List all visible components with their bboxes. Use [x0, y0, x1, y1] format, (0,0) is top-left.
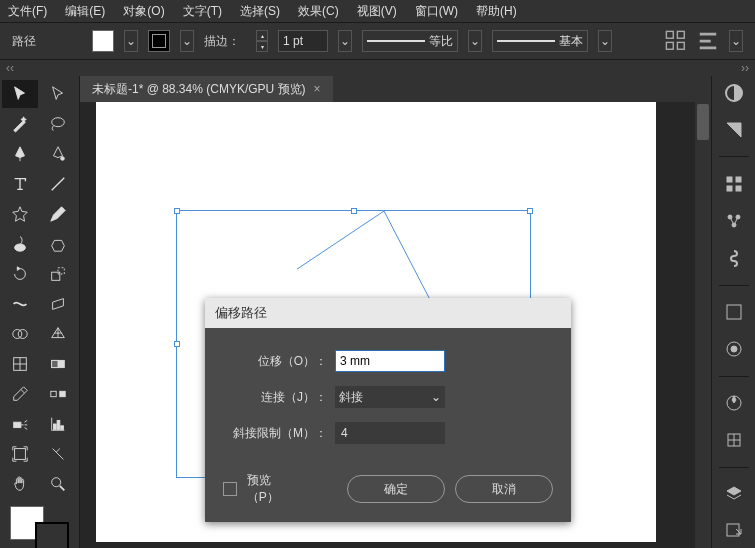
stroke-weight-input[interactable]: 1 pt	[278, 30, 328, 52]
color-panel-icon[interactable]	[720, 82, 748, 103]
fill-dropdown-icon[interactable]: ⌄	[124, 30, 138, 52]
graphic-styles-panel-icon[interactable]	[720, 430, 748, 451]
curvature-tool[interactable]	[40, 140, 76, 168]
offset-input[interactable]	[335, 350, 445, 372]
miter-input[interactable]: 4	[335, 422, 445, 444]
fill-stroke-indicator[interactable]	[10, 506, 69, 548]
preview-label: 预览（P）	[247, 472, 302, 506]
svg-rect-25	[727, 186, 732, 191]
chevron-down-icon: ⌄	[431, 390, 441, 404]
blob-brush-tool[interactable]	[2, 230, 38, 258]
dialog-title: 偏移路径	[205, 298, 571, 328]
grid-icon[interactable]	[665, 30, 687, 52]
fill-swatch[interactable]	[92, 30, 114, 52]
artboard-tool[interactable]	[2, 440, 38, 468]
vertical-scrollbar[interactable]	[695, 102, 711, 548]
menu-file[interactable]: 文件(F)	[8, 3, 47, 20]
perspective-tool[interactable]	[40, 320, 76, 348]
svg-rect-0	[666, 31, 673, 38]
align-dropdown-icon[interactable]: ⌄	[729, 30, 743, 52]
menu-select[interactable]: 选择(S)	[240, 3, 280, 20]
swatches-panel-icon[interactable]	[720, 119, 748, 140]
collapser-left-icon[interactable]: ‹‹	[6, 61, 14, 75]
stroke-profile-dropdown-icon[interactable]: ⌄	[468, 30, 482, 52]
brush-definition[interactable]: 基本	[492, 30, 588, 52]
stroke-stepper[interactable]: ▴▾	[256, 30, 268, 52]
menu-edit[interactable]: 编辑(E)	[65, 3, 105, 20]
direct-selection-tool[interactable]	[40, 80, 76, 108]
paintbrush-tool[interactable]	[40, 200, 76, 228]
path-label: 路径	[12, 33, 36, 50]
panel-collapser: ‹‹ ››	[0, 60, 755, 76]
eyedropper-tool[interactable]	[2, 380, 38, 408]
type-tool[interactable]	[2, 170, 38, 198]
handle-w[interactable]	[174, 341, 180, 347]
symbol-sprayer-tool[interactable]	[2, 410, 38, 438]
menu-object[interactable]: 对象(O)	[123, 3, 164, 20]
svg-rect-17	[54, 424, 57, 429]
hand-tool[interactable]	[2, 470, 38, 498]
pen-tool[interactable]	[2, 140, 38, 168]
menu-help[interactable]: 帮助(H)	[476, 3, 517, 20]
align-icon[interactable]	[697, 30, 719, 52]
stroke-panel-icon[interactable]	[720, 173, 748, 194]
preview-checkbox[interactable]	[223, 482, 237, 496]
zoom-tool[interactable]	[40, 470, 76, 498]
ok-button[interactable]: 确定	[347, 475, 445, 503]
selection-tool[interactable]	[2, 80, 38, 108]
join-select[interactable]: 斜接⌄	[335, 386, 445, 408]
magic-wand-tool[interactable]	[2, 110, 38, 138]
svg-rect-14	[51, 391, 56, 396]
layers-panel-icon[interactable]	[720, 484, 748, 505]
rotate-tool[interactable]	[2, 260, 38, 288]
lasso-tool[interactable]	[40, 110, 76, 138]
scrollbar-thumb[interactable]	[697, 104, 709, 140]
close-tab-icon[interactable]: ×	[314, 82, 321, 96]
width-tool[interactable]	[2, 290, 38, 318]
svg-point-21	[52, 478, 61, 487]
slice-tool[interactable]	[40, 440, 76, 468]
svg-rect-16	[14, 422, 21, 427]
stroke-profile[interactable]: 等比	[362, 30, 458, 52]
gradient-panel-icon[interactable]	[720, 301, 748, 322]
stroke-weight-dropdown-icon[interactable]: ⌄	[338, 30, 352, 52]
eraser-tool[interactable]	[40, 230, 76, 258]
offset-path-dialog: 偏移路径 位移（O）： 连接（J）： 斜接⌄ 斜接限制（M）： 4 预览（P） …	[205, 298, 571, 522]
stroke-color-box[interactable]	[35, 522, 69, 548]
handle-ne[interactable]	[527, 208, 533, 214]
stroke-label: 描边：	[204, 33, 240, 50]
tab-title: 未标题-1* @ 88.34% (CMYK/GPU 预览)	[92, 81, 306, 98]
stroke-dropdown-icon[interactable]: ⌄	[180, 30, 194, 52]
shape-builder-tool[interactable]	[2, 320, 38, 348]
menu-window[interactable]: 窗口(W)	[415, 3, 458, 20]
collapser-right-icon[interactable]: ››	[741, 61, 749, 75]
star-tool[interactable]	[2, 200, 38, 228]
join-label: 连接（J）：	[223, 389, 327, 406]
scale-tool[interactable]	[40, 260, 76, 288]
graph-tool[interactable]	[40, 410, 76, 438]
mesh-tool[interactable]	[2, 350, 38, 378]
svg-point-9	[13, 330, 22, 339]
brush-dropdown-icon[interactable]: ⌄	[598, 30, 612, 52]
document-tab[interactable]: 未标题-1* @ 88.34% (CMYK/GPU 预览) ×	[80, 76, 333, 102]
svg-point-6	[15, 244, 26, 251]
svg-rect-8	[58, 268, 64, 274]
menu-type[interactable]: 文字(T)	[183, 3, 222, 20]
line-tool[interactable]	[40, 170, 76, 198]
menu-effect[interactable]: 效果(C)	[298, 3, 339, 20]
offset-label: 位移（O）：	[223, 353, 327, 370]
stroke-swatch[interactable]	[148, 30, 170, 52]
blend-tool[interactable]	[40, 380, 76, 408]
brushes-panel-icon[interactable]	[720, 210, 748, 231]
appearance-panel-icon[interactable]	[720, 393, 748, 414]
gradient-tool[interactable]	[40, 350, 76, 378]
tab-bar: 未标题-1* @ 88.34% (CMYK/GPU 预览) ×	[80, 76, 711, 102]
symbols-panel-icon[interactable]	[720, 247, 748, 268]
svg-rect-19	[61, 426, 64, 430]
free-transform-tool[interactable]	[40, 290, 76, 318]
export-panel-icon[interactable]	[720, 521, 748, 542]
cancel-button[interactable]: 取消	[455, 475, 553, 503]
menu-view[interactable]: 视图(V)	[357, 3, 397, 20]
handle-nw[interactable]	[174, 208, 180, 214]
transparency-panel-icon[interactable]	[720, 339, 748, 360]
